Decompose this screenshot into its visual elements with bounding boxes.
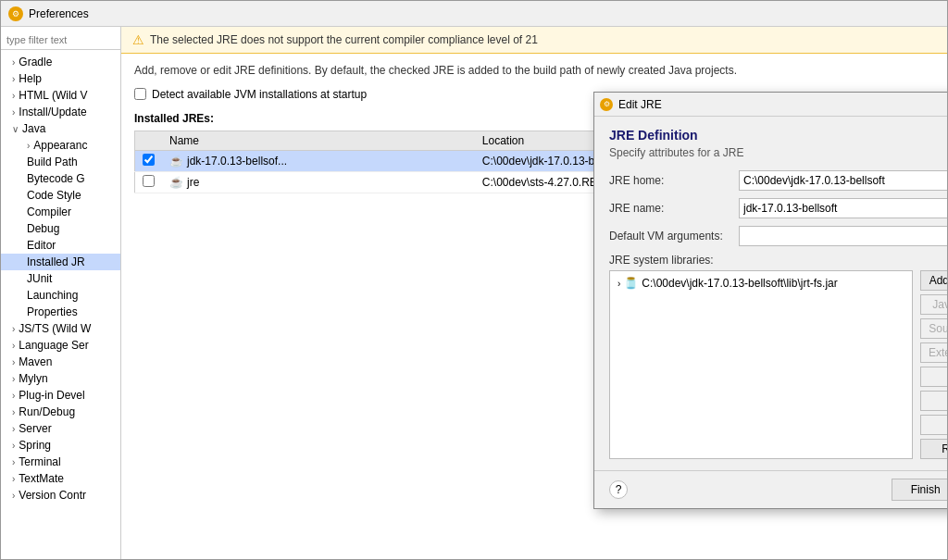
sidebar-item-server[interactable]: › Server (1, 420, 120, 437)
sidebar-item-installed-jre[interactable]: Installed JR (1, 254, 120, 270)
chevron-icon: › (12, 474, 15, 484)
chevron-icon: › (12, 374, 15, 384)
sidebar-item-html[interactable]: › HTML (Wild V (1, 87, 120, 104)
dialog-header-text: JRE Definition Specify attributes for a … (609, 128, 743, 159)
chevron-icon: › (12, 391, 15, 401)
jar-icon: 🫙 (624, 277, 638, 290)
chevron-icon: › (12, 357, 15, 367)
chevron-icon: › (12, 324, 15, 334)
sidebar-item-run-debug[interactable]: › Run/Debug (1, 404, 120, 420)
chevron-icon: › (12, 407, 15, 417)
restore-default-button[interactable]: Restore Default (920, 439, 947, 459)
sidebar-item-bytecode[interactable]: Bytecode G (1, 170, 120, 187)
sidebar-item-js-ts[interactable]: › JS/TS (Wild W (1, 320, 120, 337)
sidebar-item-properties[interactable]: Properties (1, 304, 120, 320)
source-attachment-button: Source Attachment... (920, 318, 947, 339)
sidebar-item-language-ser[interactable]: › Language Ser (1, 337, 120, 354)
sidebar-item-terminal[interactable]: › Terminal (1, 454, 120, 470)
vm-args-input[interactable] (739, 226, 947, 246)
jre-home-input[interactable] (739, 170, 947, 191)
sidebar-item-compiler[interactable]: Compiler (1, 204, 120, 220)
finish-button[interactable]: Finish (892, 479, 947, 501)
app-icon: ⚙ (8, 6, 23, 21)
footer-buttons: Finish Cancel (892, 479, 947, 501)
system-libs-label: JRE system libraries: (609, 254, 947, 267)
chevron-icon: › (27, 141, 30, 151)
jre-name-label: JRE name: (609, 202, 739, 215)
dialog-app-icon: ⚙ (600, 98, 613, 111)
lib-tree-item[interactable]: › 🫙 C:\00dev\jdk-17.0.13-bellsoft\lib\jr… (614, 275, 908, 292)
dialog-title: Edit JRE (618, 98, 662, 111)
sidebar-item-launching[interactable]: Launching (1, 287, 120, 304)
dialog-header-section: JRE Definition Specify attributes for a … (609, 128, 947, 159)
chevron-icon: › (12, 441, 15, 451)
vm-args-row: Default VM arguments: Variables... (609, 226, 947, 246)
sidebar-item-mylyn[interactable]: › Mylyn (1, 370, 120, 387)
sidebar-item-spring[interactable]: › Spring (1, 437, 120, 454)
sidebar-item-editor[interactable]: Editor (1, 237, 120, 254)
title-bar: ⚙ Preferences (1, 1, 947, 27)
main-panel: ⚠ The selected JRE does not support the … (121, 27, 947, 559)
chevron-icon: › (12, 74, 15, 84)
chevron-icon: › (12, 341, 15, 351)
external-annotations-button: External annotations... (920, 342, 947, 363)
chevron-icon: › (12, 57, 15, 68)
chevron-icon: › (12, 424, 15, 434)
content-area: › Gradle › Help › HTML (Wild V › Install… (1, 27, 947, 559)
lib-path: C:\00dev\jdk-17.0.13-bellsoft\lib\jrt-fs… (642, 277, 837, 290)
libs-area: › 🫙 C:\00dev\jdk-17.0.13-bellsoft\lib\jr… (609, 270, 947, 459)
sidebar-item-install[interactable]: › Install/Update (1, 104, 120, 120)
tree-chevron-icon: › (617, 279, 620, 289)
dialog-title-left: ⚙ Edit JRE (600, 98, 662, 111)
jre-name-row: JRE name: (609, 198, 947, 218)
sidebar: › Gradle › Help › HTML (Wild V › Install… (1, 27, 121, 559)
help-button[interactable]: ? (609, 480, 628, 499)
sidebar-item-debug[interactable]: Debug (1, 220, 120, 237)
sidebar-item-textmate[interactable]: › TextMate (1, 470, 120, 487)
remove-button: Remove (920, 367, 947, 387)
up-button: Up (920, 391, 947, 411)
dialog-footer: ? Finish Cancel (594, 470, 947, 508)
chevron-icon: › (12, 457, 15, 467)
add-external-jars-button[interactable]: Add External JARs... (920, 270, 947, 291)
chevron-icon: › (12, 91, 15, 101)
libs-tree[interactable]: › 🫙 C:\00dev\jdk-17.0.13-bellsoft\lib\jr… (609, 270, 913, 459)
sidebar-item-java[interactable]: ∨ Java (1, 120, 120, 137)
jre-home-label: JRE home: (609, 174, 739, 187)
vm-args-label: Default VM arguments: (609, 230, 739, 243)
sidebar-item-code-style[interactable]: Code Style (1, 187, 120, 204)
sidebar-item-plug-in[interactable]: › Plug-in Devel (1, 387, 120, 404)
filter-input[interactable] (1, 31, 120, 50)
sidebar-item-junit[interactable]: JUnit (1, 270, 120, 287)
sidebar-item-help[interactable]: › Help (1, 70, 120, 87)
down-button: Down (920, 415, 947, 435)
app-title: Preferences (29, 7, 89, 20)
edit-jre-dialog: ⚙ Edit JRE — □ ✕ JRE Defini (593, 92, 947, 509)
sidebar-item-build-path[interactable]: Build Path (1, 154, 120, 170)
dialog-header-subtitle: Specify attributes for a JRE (609, 146, 743, 159)
chevron-icon: ∨ (12, 124, 19, 134)
chevron-icon: › (12, 491, 15, 501)
dialog-header-title: JRE Definition (609, 128, 743, 143)
dialog-body: JRE Definition Specify attributes for a … (594, 117, 947, 470)
sidebar-item-maven[interactable]: › Maven (1, 354, 120, 370)
chevron-icon: › (12, 107, 15, 118)
javadoc-location-button: Javadoc Location... (920, 294, 947, 315)
jre-home-row: JRE home: Directory... (609, 170, 947, 191)
dialog-overlay: ⚙ Edit JRE — □ ✕ JRE Defini (121, 27, 947, 559)
libs-buttons: Add External JARs... Javadoc Location...… (920, 270, 947, 459)
sidebar-item-gradle[interactable]: › Gradle (1, 54, 120, 70)
sidebar-item-version-contr[interactable]: › Version Contr (1, 487, 120, 504)
sidebar-item-appearance[interactable]: › Appearanc (1, 137, 120, 154)
jre-name-input[interactable] (739, 198, 947, 218)
main-window: ⚙ Preferences › Gradle › Help › HTML (Wi… (0, 0, 948, 560)
dialog-title-bar: ⚙ Edit JRE — □ ✕ (594, 93, 947, 117)
